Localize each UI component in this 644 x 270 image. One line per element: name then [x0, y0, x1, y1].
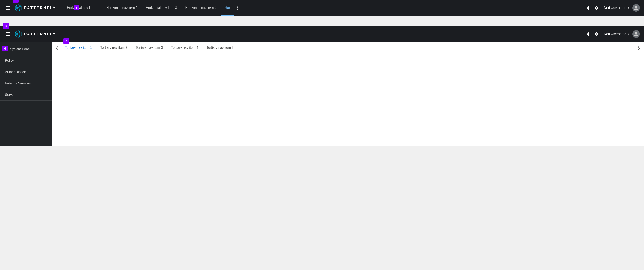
username-label-2: Ned Username — [604, 32, 626, 36]
sidebar-item-label: Server — [5, 93, 15, 97]
nav-overflow-button[interactable]: ❯ — [234, 0, 241, 16]
user-menu-button[interactable]: Ned Username ▾ — [601, 4, 632, 12]
sidebar-item-network-services[interactable]: Network Services — [0, 78, 52, 89]
sidebar-item-label: System Panel — [10, 47, 30, 51]
hamburger-line — [6, 35, 10, 36]
sidebar: 4 System Panel Policy Authentication Net… — [0, 42, 52, 146]
tertiary-tab-2[interactable]: Tertiary nav item 2 — [96, 42, 132, 54]
bell-icon-2 — [586, 32, 590, 36]
annotation-badge-5: 5 — [64, 38, 69, 44]
avatar-icon — [634, 6, 638, 10]
tertiary-tabs: Tertiary nav item 1 Tertiary nav item 2 … — [61, 42, 238, 54]
sidebar-item-label: Network Services — [5, 82, 31, 85]
hamburger-menu-button-2[interactable] — [4, 31, 12, 37]
user-menu-chevron-icon-2: ▾ — [628, 32, 629, 36]
sidebar-item-label: Authentication — [5, 70, 26, 74]
bell-icon — [586, 6, 590, 10]
annotation-badge-2: 2 — [74, 4, 80, 10]
tertiary-nav: 5 ❮ Tertiary nav item 1 Tertiary nav ite… — [52, 42, 644, 54]
horiz-nav-item-2[interactable]: Horizontal nav item 2 — [102, 0, 142, 16]
sidebar-item-label: Policy — [5, 59, 14, 62]
content-area: 5 ❮ Tertiary nav item 1 Tertiary nav ite… — [52, 42, 644, 146]
user-menu-button-2[interactable]: Ned Username ▾ — [601, 30, 632, 38]
tertiary-nav-next-button[interactable]: ❯ — [635, 42, 642, 54]
logo-link-2[interactable]: PATTERNFLY — [14, 30, 56, 38]
patternfly-logo-icon-2 — [14, 30, 22, 38]
hamburger-line — [6, 6, 10, 7]
username-label: Ned Username — [604, 6, 626, 10]
logo-text: PATTERNFLY — [24, 6, 56, 10]
hamburger-line — [6, 34, 10, 34]
nav-actions: Ned Username ▾ — [585, 4, 640, 12]
horiz-nav-item-1[interactable]: Horizontal nav item 1 — [63, 0, 102, 16]
spacer — [0, 16, 644, 26]
avatar-icon-2 — [634, 32, 638, 36]
patternfly-logo-icon — [14, 4, 22, 12]
gear-icon — [595, 6, 599, 10]
horiz-nav-item-5[interactable]: Hor — [220, 0, 234, 16]
second-navbar: PATTERNFLY Ned Username ▾ — [0, 26, 644, 42]
main-layout: 4 System Panel Policy Authentication Net… — [0, 42, 644, 146]
settings-button[interactable] — [593, 4, 600, 12]
tertiary-tab-3[interactable]: Tertiary nav item 3 — [132, 42, 167, 54]
tertiary-nav-prev-button[interactable]: ❮ — [54, 42, 61, 54]
user-avatar-2 — [632, 30, 640, 38]
user-avatar — [632, 4, 640, 12]
logo-text-2: PATTERNFLY — [24, 32, 56, 36]
notifications-button-2[interactable] — [585, 30, 592, 38]
horiz-nav-item-4[interactable]: Horizontal nav item 4 — [181, 0, 220, 16]
tertiary-tab-5[interactable]: Tertiary nav item 5 — [202, 42, 238, 54]
annotation-badge-1: 1 — [13, 0, 19, 3]
top-navbar: 1 PATTERNFLY 2 Horizontal nav item 1 Hor… — [0, 0, 644, 16]
annotation-badge-4: 4 — [2, 46, 8, 52]
settings-button-2[interactable] — [593, 30, 600, 38]
notifications-button[interactable] — [585, 4, 592, 12]
nav-actions-2: Ned Username ▾ — [585, 30, 640, 38]
hamburger-line — [6, 8, 10, 8]
annotation-badge-3: 3 — [3, 23, 9, 29]
logo-link[interactable]: PATTERNFLY — [14, 4, 56, 12]
hamburger-menu-button[interactable] — [4, 4, 12, 11]
horiz-nav-item-3[interactable]: Horizontal nav item 3 — [142, 0, 181, 16]
user-menu-chevron-icon: ▾ — [628, 6, 629, 9]
gear-icon-2 — [595, 32, 599, 36]
content-body — [52, 54, 644, 146]
tertiary-tab-4[interactable]: Tertiary nav item 4 — [167, 42, 202, 54]
hamburger-line — [6, 9, 10, 10]
horizontal-nav: Horizontal nav item 1 Horizontal nav ite… — [63, 0, 585, 16]
hamburger-line — [6, 32, 10, 33]
sidebar-item-policy[interactable]: Policy — [0, 55, 52, 66]
sidebar-item-authentication[interactable]: Authentication — [0, 66, 52, 78]
sidebar-item-server[interactable]: Server — [0, 89, 52, 100]
